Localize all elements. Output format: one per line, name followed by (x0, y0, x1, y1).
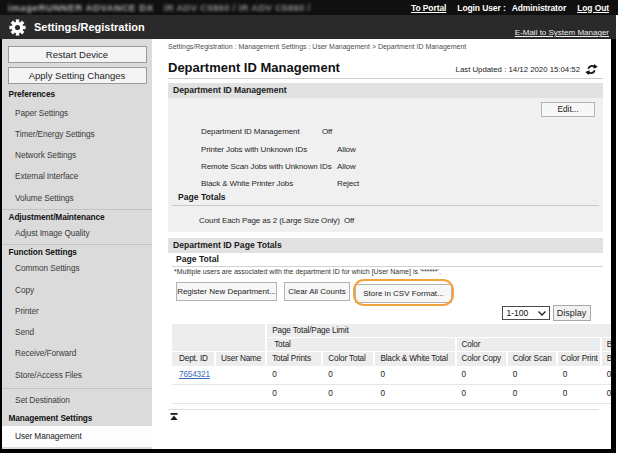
refresh-icon[interactable] (585, 64, 598, 75)
remote-ui-window: imageRUNNER ADVANCE DX iR ADV C5860 / iR… (0, 0, 618, 454)
sidebar-item-user-management[interactable]: User Management (2, 426, 152, 447)
section1-header: Department ID Management (168, 83, 603, 98)
device-models-blurred: iR ADV C5860 / iR ADV C5860 / (164, 2, 311, 13)
sidebar-item-external-interface[interactable]: External Interface (2, 166, 152, 187)
sidebar-item-timer-energy-settings[interactable]: Timer/Energy Settings (2, 124, 152, 145)
cell-value: 0 (375, 385, 456, 404)
sidebar-item-set-destination[interactable]: Set Destination (2, 390, 152, 411)
range-select-value: 1-100 (507, 308, 529, 318)
counts-table: Page Total/Page Limit Total Color Black … (172, 324, 611, 404)
cell-value: 0 (457, 366, 508, 385)
col-bw-copy: Black & White Copy (602, 352, 611, 366)
login-user: Login User : Administrator (457, 3, 566, 13)
sidebar-item-printer[interactable]: Printer (2, 301, 152, 322)
cell-value: 0 (267, 385, 323, 404)
gear-icon (9, 19, 26, 36)
email-to-system-manager-link[interactable]: E-Mail to System Manager (515, 28, 609, 37)
counts-table-wrap: Page Total/Page Limit Total Color Black … (172, 324, 611, 404)
sidebar-item-store-access-files[interactable]: Store/Access Files (2, 365, 152, 386)
group-total: Total (267, 338, 456, 352)
group-page-total-limit: Page Total/Page Limit (267, 324, 611, 338)
actions-row: Register New Department... Clear All Cou… (176, 282, 611, 301)
main-content: Settings/Registration : Management Setti… (152, 39, 611, 449)
log-out-link[interactable]: Log Out (577, 3, 609, 13)
setting-row: Printer Jobs with Unknown IDs Allow (201, 141, 599, 158)
setting-row: Department ID Management Off (201, 123, 599, 140)
restart-device-button[interactable]: Restart Device (8, 46, 147, 63)
col-bw-total: Black & White Total (375, 352, 456, 366)
login-user-name: Administrator (512, 3, 566, 13)
sidebar-item-receive-forward[interactable]: Receive/Forward (2, 343, 152, 364)
cell-dept-id (172, 385, 216, 404)
setting-row: Count Each Page as 2 (Large Size Only) O… (199, 212, 599, 229)
table-row: 7654321 0 0 0 0 0 0 0 (172, 366, 611, 385)
table-blank-cell (172, 324, 267, 352)
page-totals-rule (172, 205, 599, 206)
app-bar: Settings/Registration E-Mail to System M… (0, 15, 616, 39)
sidebar-section-management-settings: Management Settings (2, 411, 152, 426)
sidebar-item-common-settings[interactable]: Common Settings (2, 258, 152, 279)
setting-label: Printer Jobs with Unknown IDs (201, 145, 337, 154)
setting-label: Department ID Management (201, 127, 322, 136)
settings-group-jobs: Printer Jobs with Unknown IDs Allow Remo… (201, 141, 599, 192)
col-user-name: User Name (216, 352, 267, 366)
section-dept-id-management: Department ID Management Edit... Departm… (168, 83, 603, 232)
display-button[interactable]: Display (553, 305, 591, 321)
settings-group-count: Count Each Page as 2 (Large Size Only) O… (199, 212, 599, 229)
col-color-scan: Color Scan (508, 352, 558, 366)
setting-row: Black & White Printer Jobs Reject (201, 175, 599, 192)
apply-setting-changes-button[interactable]: Apply Setting Changes (8, 67, 147, 84)
page-total-rule (172, 266, 603, 267)
col-dept-id: Dept. ID (172, 352, 216, 366)
multiple-users-note: *Multiple users are associated with the … (174, 268, 611, 276)
sidebar-item-paper-settings[interactable]: Paper Settings (2, 103, 152, 124)
setting-value: Off (322, 127, 332, 136)
setting-label: Black & White Printer Jobs (201, 179, 337, 188)
sidebar-item-adjust-image-quality[interactable]: Adjust Image Quality (2, 223, 152, 244)
range-row: 1-100 Display (168, 305, 603, 321)
setting-value: Allow (337, 162, 356, 171)
setting-label: Remote Scan Jobs with Unknown IDs (201, 162, 337, 171)
top-bar-links: To Portal Login User : Administrator Log… (411, 3, 618, 13)
cell-value: 0 (267, 366, 323, 385)
setting-value: Off (344, 216, 354, 225)
section1-body: Edit... Department ID Management Off Pri… (168, 98, 603, 232)
cell-value: 0 (602, 385, 611, 404)
setting-value: Allow (337, 145, 356, 154)
to-portal-link[interactable]: To Portal (411, 3, 446, 13)
edit-button[interactable]: Edit... (541, 102, 595, 117)
window-frame: Restart Device Apply Setting Changes Pre… (0, 39, 616, 453)
group-black-white: Black & White (602, 338, 611, 352)
sidebar-item-volume-settings[interactable]: Volume Settings (2, 188, 152, 209)
setting-value: Reject (337, 179, 359, 188)
app-bar-title-group: Settings/Registration (9, 15, 145, 39)
clear-all-counts-button[interactable]: Clear All Counts (284, 282, 350, 301)
breadcrumb: Settings/Registration : Management Setti… (168, 43, 611, 51)
register-new-department-button[interactable]: Register New Department... (176, 282, 277, 301)
store-in-csv-format-button[interactable]: Store in CSV Format... (355, 284, 452, 303)
title-row: Department ID Management Last Updated : … (168, 57, 603, 75)
cell-user-name (216, 366, 267, 385)
sidebar-section-preferences: Preferences (2, 86, 152, 103)
cell-value: 0 (457, 385, 508, 404)
group-color: Color (457, 338, 602, 352)
col-color-copy: Color Copy (457, 352, 508, 366)
setting-label: Count Each Page as 2 (Large Size Only) (199, 216, 344, 225)
last-updated-text: Last Updated : 14/12 2020 15:04:52 (456, 65, 580, 74)
range-select[interactable]: 1-100 (502, 306, 550, 320)
login-user-label: Login User : (457, 3, 505, 13)
last-updated: Last Updated : 14/12 2020 15:04:52 (456, 64, 603, 75)
col-color-total: Color Total (323, 352, 375, 366)
back-to-top-icon[interactable] (170, 413, 178, 420)
cell-value: 0 (508, 385, 558, 404)
dept-id-link[interactable]: 7654321 (179, 370, 210, 379)
sidebar-item-network-settings[interactable]: Network Settings (2, 145, 152, 166)
cell-value: 0 (558, 366, 602, 385)
sidebar-separator (2, 388, 152, 389)
table-row: 0 0 0 0 0 0 0 (172, 385, 611, 404)
device-info: imageRUNNER ADVANCE DX iR ADV C5860 / iR… (0, 2, 311, 13)
col-color-print: Color Print (558, 352, 602, 366)
title-rule (168, 78, 603, 79)
sidebar-item-send[interactable]: Send (2, 322, 152, 343)
sidebar-item-copy[interactable]: Copy (2, 280, 152, 301)
